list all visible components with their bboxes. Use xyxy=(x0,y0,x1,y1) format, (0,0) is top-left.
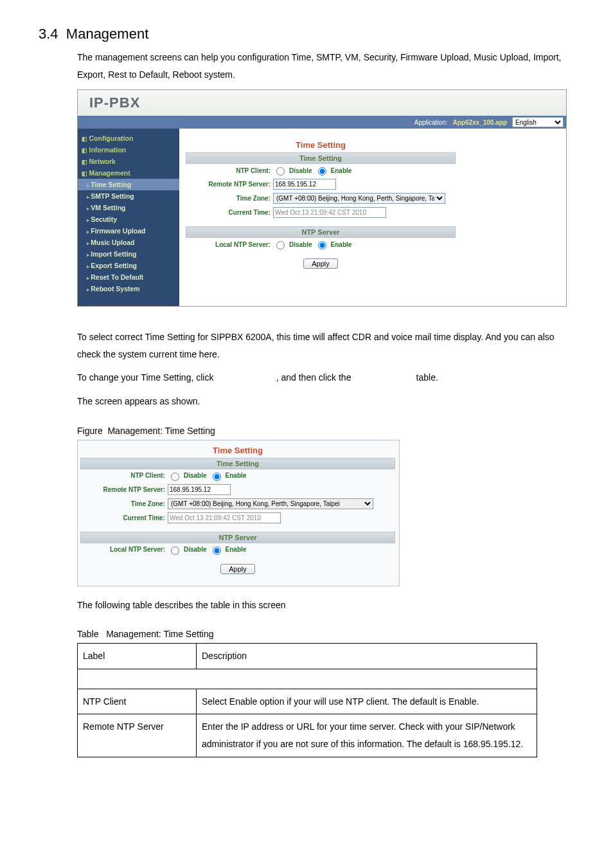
current-time-field xyxy=(273,207,386,218)
fig-local-ntp-disable-radio[interactable] xyxy=(171,547,179,555)
ntp-client-disable-radio[interactable] xyxy=(276,167,285,176)
fig-ntp-enable-radio[interactable] xyxy=(213,473,221,481)
ntp-client-enable-radio[interactable] xyxy=(318,167,326,176)
sidebar-item-reset-to-default[interactable]: Reset To Default xyxy=(78,271,179,283)
fig-remote-ntp-input[interactable] xyxy=(168,484,231,495)
apply-button[interactable]: Apply xyxy=(303,258,338,269)
fig-panel-sub1: Time Setting xyxy=(80,458,395,469)
table-row: Remote NTP Server Enter the IP address o… xyxy=(78,714,537,757)
logo-row: IP-PBX xyxy=(78,90,566,116)
sidebar-item-reboot-system[interactable]: Reboot System xyxy=(78,283,179,294)
sidebar-item-vm-setting[interactable]: VM Setting xyxy=(78,202,179,213)
ntp-client-label: NTP Client: xyxy=(186,167,273,174)
th-label: Label xyxy=(78,644,197,669)
local-ntp-disable-radio[interactable] xyxy=(276,241,285,249)
logo-text: IP-PBX xyxy=(78,95,140,111)
sidebar-cat-management[interactable]: Management xyxy=(78,167,179,179)
local-ntp-disable-text: Disable xyxy=(289,241,312,248)
remote-ntp-input[interactable] xyxy=(273,179,336,190)
main-area: Time Setting Time Setting NTP Client: Di… xyxy=(179,129,566,306)
figure-caption: Figure Management: Time Setting xyxy=(77,426,574,436)
paragraph-select-correct: To select correct Time Setting for SIPPB… xyxy=(77,329,574,363)
row-timezone: Time Zone: (GMT +08:00) Beijing, Hong Ko… xyxy=(186,192,456,206)
figure-panel: Time Setting Time Setting NTP Client: Di… xyxy=(77,440,400,586)
fig-local-ntp-enable-radio[interactable] xyxy=(213,547,221,555)
row-local-ntp: Local NTP Server: Disable Enable xyxy=(186,238,456,251)
fig-row-current-time: Current Time: xyxy=(80,511,395,525)
fig-row-ntp-client: NTP Client: Disable Enable xyxy=(80,469,395,483)
panel-title: Time Setting xyxy=(186,138,456,152)
fig-row-timezone: Time Zone: (GMT +08:00) Beijing, Hong Ko… xyxy=(80,497,395,511)
sidebar-item-time-setting[interactable]: Time Setting xyxy=(78,179,179,190)
remote-ntp-label: Remote NTP Server: xyxy=(186,181,273,188)
row-current-time: Current Time: xyxy=(186,206,456,220)
fig-ntp-disable-radio[interactable] xyxy=(171,473,179,481)
description-table: Label Description NTP Client Select Enab… xyxy=(77,643,537,757)
following-text: The following table describes the table … xyxy=(77,597,574,614)
timezone-select[interactable]: (GMT +08:00) Beijing, Hong Kong, Perth, … xyxy=(273,193,445,204)
app-bar: Application: App62xx_100.app English xyxy=(78,116,566,129)
intro-paragraph: The management screens can help you conf… xyxy=(77,49,574,83)
row-ntp-client: NTP Client: Disable Enable xyxy=(186,164,456,177)
ntp-client-disable-text: Disable xyxy=(289,167,312,174)
cell-label: Remote NTP Server xyxy=(78,714,197,757)
fig-apply-button[interactable]: Apply xyxy=(220,564,255,574)
fig-current-time-field xyxy=(168,512,281,523)
local-ntp-label: Local NTP Server: xyxy=(186,241,273,248)
sidebar-cat-information[interactable]: Information xyxy=(78,144,179,156)
sidebar-item-music-upload[interactable]: Music Upload xyxy=(78,237,179,248)
table-row: NTP Client Select Enable option if your … xyxy=(78,689,537,714)
table-blank-row xyxy=(78,669,537,689)
sidebar-item-secutity[interactable]: Secutity xyxy=(78,213,179,225)
paragraph-change-setting: To change your Time Setting, click , and… xyxy=(77,369,574,386)
sidebar: Configuration Information Network Manage… xyxy=(78,129,179,306)
panel-subtitle-time: Time Setting xyxy=(186,152,456,164)
current-time-label: Current Time: xyxy=(186,209,273,216)
cell-desc: Select Enable option if your will use NT… xyxy=(197,689,537,714)
row-remote-ntp: Remote NTP Server: xyxy=(186,177,456,192)
appbar-label: Application: xyxy=(414,119,448,126)
table-header-row: Label Description xyxy=(78,644,537,669)
screenshot-main: IP-PBX Application: App62xx_100.app Engl… xyxy=(77,89,567,307)
appbar-appname: App62xx_100.app xyxy=(453,119,508,126)
fig-row-remote-ntp: Remote NTP Server: xyxy=(80,483,395,497)
sidebar-item-smtp-setting[interactable]: SMTP Setting xyxy=(78,190,179,202)
heading-title: Management xyxy=(66,26,148,42)
ntp-client-enable-text: Enable xyxy=(331,167,352,174)
timezone-label: Time Zone: xyxy=(186,195,273,202)
section-heading: 3.4 Management xyxy=(39,26,574,42)
table-caption: Table Management: Time Setting xyxy=(77,629,574,639)
th-description: Description xyxy=(197,644,537,669)
heading-number: 3.4 xyxy=(39,26,58,42)
cell-desc: Enter the IP address or URL for your tim… xyxy=(197,714,537,757)
sidebar-item-firmware-upload[interactable]: Firmware Upload xyxy=(78,225,179,237)
sidebar-cat-configuration[interactable]: Configuration xyxy=(78,132,179,144)
sidebar-item-import-setting[interactable]: Import Setting xyxy=(78,248,179,260)
local-ntp-enable-radio[interactable] xyxy=(318,241,326,249)
cell-label: NTP Client xyxy=(78,689,197,714)
fig-row-local-ntp: Local NTP Server: Disable Enable xyxy=(80,543,395,557)
language-select[interactable]: English xyxy=(512,117,564,127)
fig-timezone-select[interactable]: (GMT +08:00) Beijing, Hong Kong, Perth, … xyxy=(168,498,373,509)
sidebar-item-export-setting[interactable]: Export Setting xyxy=(78,260,179,271)
local-ntp-enable-text: Enable xyxy=(331,241,352,248)
fig-panel-sub2: NTP Server xyxy=(80,532,395,543)
fig-panel-title: Time Setting xyxy=(80,443,395,458)
panel-subtitle-ntpserver: NTP Server xyxy=(186,226,456,238)
paragraph-screen-appears: The screen appears as shown. xyxy=(77,393,574,410)
sidebar-cat-network[interactable]: Network xyxy=(78,156,179,167)
